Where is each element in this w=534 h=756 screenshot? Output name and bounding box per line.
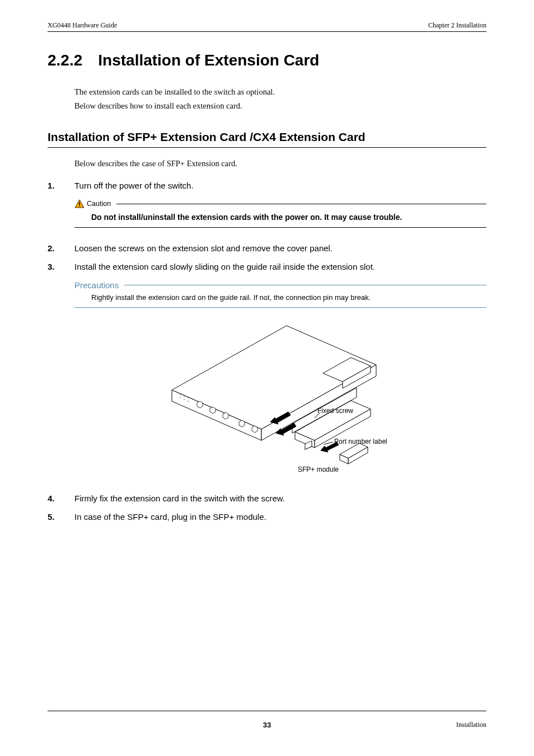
- page-footer: 33 Installation: [48, 721, 486, 729]
- footer-rule: [48, 711, 486, 711]
- svg-point-11: [184, 399, 185, 400]
- step-text: Firmly fix the extension card in the swi…: [74, 494, 486, 503]
- precautions-rule: [124, 285, 486, 285]
- page-number: 33: [263, 721, 271, 729]
- caution-body: Do not install/uninstall the extension c…: [74, 208, 486, 228]
- intro-line-2: Below describes how to install each exte…: [74, 99, 486, 113]
- step-text: In case of the SFP+ card, plug in the SF…: [74, 512, 486, 522]
- svg-marker-17: [252, 426, 257, 433]
- subsection-intro: Below describes the case of SFP+ Extensi…: [74, 159, 486, 168]
- caution-rule: [116, 204, 486, 204]
- caution-label: Caution: [87, 200, 114, 208]
- precautions-body: Rightly install the extension card on th…: [74, 290, 486, 308]
- svg-point-8: [184, 396, 185, 397]
- step-5: 5. In case of the SFP+ card, plug in the…: [48, 512, 486, 522]
- caution-callout: Caution Do not install/uninstall the ext…: [74, 199, 486, 228]
- precautions-callout: Precautions Rightly install the extensio…: [74, 280, 486, 308]
- step-text: Install the extension card slowly slidin…: [74, 262, 486, 271]
- label-sfp-module: SFP+ module: [298, 466, 339, 473]
- step-4: 4. Firmly fix the extension card in the …: [48, 494, 486, 503]
- step-1: 1. Turn off the power of the switch.: [48, 181, 486, 190]
- intro-line-1: The extension cards can be installed to …: [74, 85, 486, 99]
- svg-rect-1: [79, 202, 80, 205]
- svg-line-34: [324, 442, 333, 444]
- header-left: XG0448 Hardware Guide: [48, 21, 117, 30]
- svg-marker-16: [239, 420, 245, 427]
- caution-header: Caution: [74, 199, 486, 208]
- section-number: 2.2.2: [48, 51, 82, 69]
- step-3: 3. Install the extension card slowly sli…: [48, 262, 486, 271]
- section-title-text: Installation of Extension Card: [98, 51, 319, 69]
- step-number: 5.: [48, 512, 74, 522]
- svg-point-9: [188, 397, 189, 398]
- switch-illustration-svg: [149, 320, 385, 477]
- section-intro: The extension cards can be installed to …: [74, 85, 486, 112]
- step-number: 3.: [48, 262, 74, 271]
- section-heading: 2.2.2 Installation of Extension Card: [48, 51, 486, 69]
- installation-diagram: Fixed screw Port number label SFP+ modul…: [149, 320, 385, 477]
- svg-point-12: [188, 401, 189, 402]
- figure-container: Fixed screw Port number label SFP+ modul…: [48, 320, 486, 477]
- warning-triangle-icon: [74, 199, 85, 208]
- precautions-label: Precautions: [74, 280, 121, 290]
- step-text: Loosen the screws on the extension slot …: [74, 243, 486, 253]
- svg-marker-14: [210, 407, 216, 414]
- subsection-heading: Installation of SFP+ Extension Card /CX4…: [48, 130, 486, 148]
- label-port-number: Port number label: [334, 438, 387, 445]
- svg-point-10: [180, 397, 181, 398]
- step-number: 1.: [48, 181, 74, 190]
- header-right: Chapter 2 Installation: [428, 21, 486, 30]
- label-fixed-screw: Fixed screw: [317, 407, 353, 415]
- precautions-header: Precautions: [74, 280, 486, 290]
- step-text: Turn off the power of the switch.: [74, 181, 486, 190]
- step-2: 2. Loosen the screws on the extension sl…: [48, 243, 486, 253]
- footer-chapter-label: Installation: [456, 721, 486, 729]
- step-number: 4.: [48, 494, 74, 503]
- svg-marker-15: [223, 412, 228, 419]
- step-number: 2.: [48, 243, 74, 253]
- svg-rect-2: [79, 205, 80, 206]
- svg-marker-13: [197, 401, 203, 408]
- svg-point-7: [180, 394, 181, 395]
- page-header: XG0448 Hardware Guide Chapter 2 Installa…: [48, 21, 486, 32]
